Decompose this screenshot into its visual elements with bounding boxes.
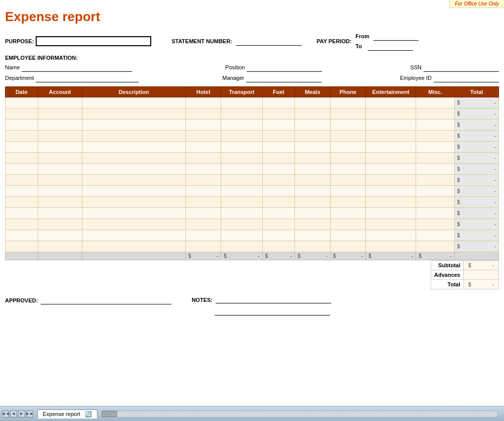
- data-cell: [6, 120, 38, 131]
- data-cell: [262, 219, 295, 230]
- data-cell: [262, 230, 295, 241]
- data-cell: [185, 109, 221, 120]
- table-row: $-: [6, 230, 499, 241]
- data-cell: [221, 97, 262, 109]
- data-cell: [366, 208, 416, 219]
- data-cell: [82, 120, 185, 131]
- employee-id-input[interactable]: [434, 73, 499, 82]
- data-cell: [330, 131, 366, 142]
- advances-value: [464, 270, 499, 280]
- total-cell: $-: [454, 120, 498, 131]
- table-row: $-: [6, 186, 499, 197]
- tab-icon[interactable]: 🔄: [85, 411, 92, 417]
- name-label: Name: [5, 64, 20, 70]
- total-cell: $-: [454, 175, 498, 186]
- data-cell: [185, 175, 221, 186]
- nav-first-button[interactable]: ◄◄: [2, 410, 9, 417]
- data-cell: [221, 219, 262, 230]
- taskbar-nav: ◄◄ ◄ ► ►►: [2, 410, 33, 417]
- data-cell: [416, 219, 454, 230]
- statement-label: STATEMENT NUMBER:: [171, 38, 232, 44]
- expense-table: Date Account Description Hotel Transport…: [5, 86, 499, 260]
- data-cell: [82, 109, 185, 120]
- table-row: $-: [6, 164, 499, 175]
- data-cell: [38, 230, 82, 241]
- data-cell: [82, 175, 185, 186]
- data-cell: [416, 241, 454, 252]
- data-cell: [295, 164, 331, 175]
- nav-last-button[interactable]: ►►: [26, 410, 33, 417]
- sheet-tab[interactable]: Expense report 🔄: [37, 409, 97, 418]
- total-cell: $-: [454, 109, 498, 120]
- table-row: $-: [6, 97, 499, 109]
- data-cell: [6, 97, 38, 109]
- totals-hotel: $-: [185, 252, 221, 260]
- statement-number-input[interactable]: [236, 37, 301, 46]
- pay-period-from-row: From: [356, 32, 419, 41]
- data-cell: [262, 175, 295, 186]
- data-cell: [6, 219, 38, 230]
- notes-section: NOTES:: [191, 296, 331, 317]
- data-cell: [295, 142, 331, 153]
- table-row: $-: [6, 131, 499, 142]
- pay-period-from-input[interactable]: [373, 32, 419, 41]
- name-input[interactable]: [22, 63, 132, 72]
- employee-info-title: EMPLOYEE INFORMATION:: [5, 55, 499, 61]
- totals-fuel: $-: [262, 252, 295, 260]
- data-cell: [38, 109, 82, 120]
- data-cell: [221, 208, 262, 219]
- data-cell: [366, 186, 416, 197]
- table-row: $-: [6, 219, 499, 230]
- data-cell: [38, 120, 82, 131]
- total-cell: $-: [454, 219, 498, 230]
- data-cell: [366, 230, 416, 241]
- scrollbar-thumb[interactable]: [102, 411, 117, 417]
- page-wrapper: For Office Use Only Expense report PURPO…: [0, 0, 504, 421]
- col-header-entertainment: Entertainment: [366, 87, 416, 97]
- approved-section: APPROVED:: [5, 296, 171, 304]
- data-cell: [416, 120, 454, 131]
- totals-phone: $-: [330, 252, 366, 260]
- table-row: $-: [6, 120, 499, 131]
- data-cell: [295, 175, 331, 186]
- data-cell: [366, 153, 416, 164]
- purpose-input[interactable]: [36, 36, 151, 46]
- total-cell: $-: [454, 97, 498, 109]
- purpose-label: PURPOSE:: [5, 38, 34, 44]
- data-cell: [416, 186, 454, 197]
- col-header-description: Description: [82, 87, 185, 97]
- manager-label: Manager: [223, 75, 244, 81]
- nav-prev-button[interactable]: ◄: [10, 410, 17, 417]
- col-header-date: Date: [6, 87, 38, 97]
- data-cell: [185, 241, 221, 252]
- totals-misc: $-: [416, 252, 454, 260]
- data-cell: [366, 164, 416, 175]
- data-cell: [38, 97, 82, 109]
- ssn-input[interactable]: [424, 63, 499, 72]
- data-cell: [330, 219, 366, 230]
- data-cell: [295, 186, 331, 197]
- data-cell: [416, 230, 454, 241]
- data-cell: [416, 175, 454, 186]
- to-label: To: [356, 43, 362, 49]
- data-cell: [366, 131, 416, 142]
- data-cell: [82, 197, 185, 208]
- manager-input[interactable]: [246, 73, 322, 82]
- department-input[interactable]: [36, 73, 139, 82]
- data-cell: [82, 186, 185, 197]
- data-cell: [295, 109, 331, 120]
- data-cell: [82, 230, 185, 241]
- data-cell: [221, 197, 262, 208]
- data-cell: [416, 109, 454, 120]
- data-cell: [82, 131, 185, 142]
- col-header-phone: Phone: [330, 87, 366, 97]
- subtotal-row: Subtotal $-: [431, 261, 499, 270]
- top-form-row: PURPOSE: STATEMENT NUMBER: PAY PERIOD: F…: [5, 32, 499, 51]
- data-cell: [82, 97, 185, 109]
- pay-period-to-input[interactable]: [368, 42, 413, 51]
- table-row: $-: [6, 142, 499, 153]
- position-input[interactable]: [247, 63, 322, 72]
- horizontal-scrollbar[interactable]: [102, 410, 498, 417]
- data-cell: [416, 208, 454, 219]
- nav-next-button[interactable]: ►: [18, 410, 25, 417]
